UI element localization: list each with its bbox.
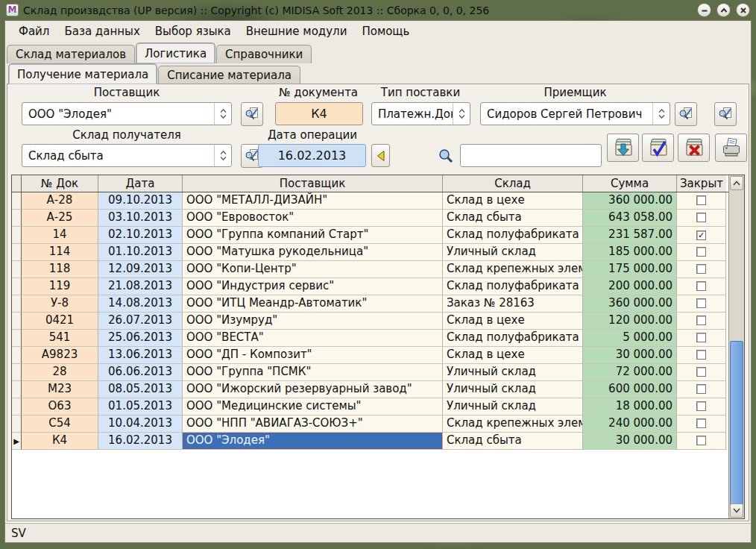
table-row[interactable]: С5410.04.2013ООО "НПП "АВИАГАЗ-СОЮЗ+"Скл… bbox=[12, 415, 744, 433]
cell-sum[interactable]: 18 000.00 bbox=[583, 398, 677, 415]
cell-sum[interactable]: 200 000.00 bbox=[583, 278, 677, 295]
table-row[interactable]: 11401.10.2013ООО "Матушка рукодельница"У… bbox=[12, 244, 744, 261]
closed-checkbox[interactable] bbox=[696, 384, 706, 394]
cell-doc-number[interactable]: 541 bbox=[22, 330, 98, 347]
cell-sum[interactable]: 360 000.00 bbox=[583, 295, 677, 313]
cell-closed[interactable] bbox=[677, 210, 726, 227]
cell-date[interactable]: 10.04.2013 bbox=[98, 415, 183, 433]
table-row[interactable]: 042126.07.2013ООО "Изумруд"Склад в цехе1… bbox=[12, 313, 744, 330]
cell-doc-number[interactable]: 0421 bbox=[22, 313, 98, 330]
cell-supplier[interactable]: ООО "ВЕСТА" bbox=[183, 330, 443, 347]
cell-supplier[interactable]: ООО "Ижорский резервуарный завод" bbox=[183, 381, 443, 398]
menu-item-language[interactable]: Выбор языка bbox=[148, 22, 239, 40]
cell-closed[interactable] bbox=[677, 415, 726, 433]
table-row[interactable]: А982313.06.2013ООО "ДП - Композит"Склад … bbox=[12, 347, 744, 364]
combo-spinner-icon[interactable] bbox=[453, 103, 470, 125]
table-row[interactable]: М2308.05.2013ООО "Ижорский резервуарный … bbox=[12, 381, 744, 398]
supplier-lookup-button[interactable] bbox=[241, 102, 263, 126]
combo-spinner-icon[interactable] bbox=[214, 103, 231, 125]
operation-date-field[interactable]: 16.02.2013 bbox=[258, 144, 366, 167]
header-warehouse[interactable]: Склад bbox=[443, 175, 583, 192]
menu-item-external-modules[interactable]: Внешние модули bbox=[239, 22, 355, 40]
closed-checkbox[interactable] bbox=[696, 333, 706, 342]
header-date[interactable]: Дата bbox=[98, 175, 183, 192]
cell-closed[interactable] bbox=[677, 278, 726, 295]
print-button[interactable] bbox=[715, 134, 747, 162]
table-row[interactable]: 11921.08.2013ООО "Индустрия сервис"Склад… bbox=[12, 278, 744, 295]
scroll-up-button[interactable] bbox=[730, 176, 743, 190]
tab-warehouse-materials[interactable]: Склад материалов bbox=[7, 45, 135, 63]
cell-date[interactable]: 13.06.2013 bbox=[98, 347, 183, 364]
cell-supplier[interactable]: ООО "Изумруд" bbox=[183, 313, 443, 330]
subtab-receive-material[interactable]: Получение материала bbox=[8, 63, 157, 84]
cell-doc-number[interactable]: 118 bbox=[22, 261, 98, 278]
closed-checkbox[interactable] bbox=[696, 213, 706, 222]
closed-checkbox[interactable] bbox=[696, 298, 706, 308]
supplier-combo[interactable]: ООО "Элодея" bbox=[22, 102, 232, 125]
table-row[interactable]: 1402.10.2013ООО "Группа компаний Старт"С… bbox=[12, 227, 744, 244]
cell-supplier[interactable]: ООО "НПП "АВИАГАЗ-СОЮЗ+" bbox=[183, 415, 443, 433]
cell-closed[interactable] bbox=[677, 313, 726, 330]
cell-doc-number[interactable]: А-25 bbox=[22, 210, 98, 227]
closed-checkbox[interactable] bbox=[696, 316, 706, 325]
table-row[interactable]: А-2503.10.2013ООО "Евровосток"Склад сбыт… bbox=[12, 210, 744, 227]
cell-date[interactable]: 01.05.2013 bbox=[98, 398, 183, 415]
closed-checkbox[interactable] bbox=[696, 281, 706, 291]
cell-sum[interactable]: 30 000.00 bbox=[583, 433, 677, 450]
cell-supplier[interactable]: ООО "Матушка рукодельница" bbox=[183, 244, 443, 261]
closed-checkbox[interactable] bbox=[696, 436, 706, 445]
cell-warehouse[interactable]: Склад сбыта bbox=[443, 210, 583, 227]
menu-item-database[interactable]: База данных bbox=[57, 22, 147, 40]
tab-directories[interactable]: Справочники bbox=[216, 45, 312, 63]
window-titlebar[interactable]: M Склад произвдства (UP версия) :: Copyr… bbox=[0, 0, 756, 20]
cell-closed[interactable] bbox=[677, 244, 726, 261]
cell-warehouse[interactable]: Склад в цехе bbox=[443, 313, 583, 330]
date-back-button[interactable] bbox=[371, 144, 390, 167]
cell-closed[interactable] bbox=[677, 192, 726, 210]
doc-number-field[interactable]: К4 bbox=[275, 102, 363, 125]
maximize-button[interactable] bbox=[716, 3, 731, 17]
cell-date[interactable]: 12.09.2013 bbox=[98, 261, 183, 278]
table-row[interactable]: ▶К416.02.2013ООО "Элодея"Склад сбыта30 0… bbox=[12, 433, 744, 450]
closed-checkbox[interactable] bbox=[696, 264, 706, 274]
combo-spinner-icon[interactable] bbox=[214, 145, 231, 166]
cell-date[interactable]: 25.06.2013 bbox=[98, 330, 183, 347]
table-row[interactable]: 2806.06.2013ООО "Группа "ПСМК"Уличный ск… bbox=[12, 364, 744, 381]
table-row[interactable]: О6301.05.2013ООО "Медицинские системы"Ул… bbox=[12, 398, 744, 415]
cell-warehouse[interactable]: Склад в цехе bbox=[443, 192, 583, 210]
header-closed[interactable]: Закрыт bbox=[677, 175, 726, 192]
cell-warehouse[interactable]: Склад полуфабриката bbox=[443, 227, 583, 244]
cell-sum[interactable]: 30 000.00 bbox=[583, 347, 677, 364]
cell-sum[interactable]: 120 000.00 bbox=[583, 313, 677, 330]
header-sum[interactable]: Сумма bbox=[583, 175, 677, 192]
cell-doc-number[interactable]: 28 bbox=[22, 364, 98, 381]
cell-closed[interactable] bbox=[677, 330, 726, 347]
cell-doc-number[interactable]: С54 bbox=[22, 415, 98, 433]
cell-doc-number[interactable]: А9823 bbox=[22, 347, 98, 364]
table-row[interactable]: 11812.09.2013ООО "Копи-Центр"Склад крепе… bbox=[12, 261, 744, 278]
subtab-writeoff-material[interactable]: Списание материала bbox=[158, 66, 300, 84]
tab-logistics[interactable]: Логистика bbox=[136, 43, 215, 63]
cell-sum[interactable]: 231 587.00 bbox=[583, 227, 677, 244]
cell-doc-number[interactable]: О63 bbox=[22, 398, 98, 415]
table-row[interactable]: 54125.06.2013ООО "ВЕСТА"Склад полуфабрик… bbox=[12, 330, 744, 347]
header-supplier[interactable]: Поставщик bbox=[183, 175, 443, 192]
cell-date[interactable]: 21.08.2013 bbox=[98, 278, 183, 295]
cell-date[interactable]: 03.10.2013 bbox=[98, 210, 183, 227]
cell-warehouse[interactable]: Склад полуфабриката bbox=[443, 278, 583, 295]
global-lookup-button[interactable] bbox=[714, 102, 737, 126]
cell-doc-number[interactable]: 119 bbox=[22, 278, 98, 295]
cell-closed[interactable] bbox=[677, 364, 726, 381]
cell-closed[interactable] bbox=[677, 381, 726, 398]
cell-supplier[interactable]: ООО "Копи-Центр" bbox=[183, 261, 443, 278]
add-record-button[interactable] bbox=[607, 134, 639, 162]
table-row[interactable]: А-2809.10.2013ООО "МЕТАЛЛ-ДИЗАЙН"Склад в… bbox=[12, 192, 744, 210]
cell-closed[interactable] bbox=[677, 398, 726, 415]
cell-warehouse[interactable]: Склад крепежных элем bbox=[443, 261, 583, 278]
closed-checkbox[interactable] bbox=[696, 247, 706, 257]
cell-closed[interactable] bbox=[677, 295, 726, 313]
closed-checkbox[interactable] bbox=[696, 418, 706, 428]
cell-sum[interactable]: 175 000.00 bbox=[583, 261, 677, 278]
closed-checkbox[interactable] bbox=[696, 195, 706, 205]
closed-checkbox[interactable] bbox=[696, 367, 706, 377]
